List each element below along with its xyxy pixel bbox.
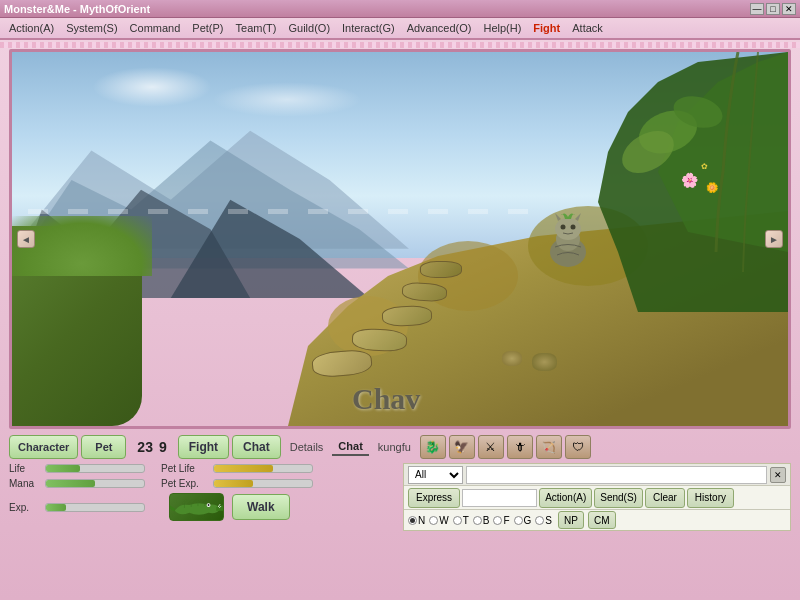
icon-button-3[interactable]: ⚔ — [478, 435, 504, 459]
menu-bar: Action(A) System(S) Command Pet(P) Team(… — [0, 18, 800, 40]
chat-header-row: All ✕ — [404, 464, 790, 486]
tab-details[interactable]: Details — [284, 439, 330, 455]
walk-button[interactable]: Walk — [232, 494, 290, 520]
maximize-button[interactable]: □ — [766, 3, 780, 15]
window-controls: — □ ✕ — [750, 3, 796, 15]
game-viewport[interactable]: 🌸 🌼 ✿ — [9, 49, 791, 429]
bottom-ui: Character Pet 23 9 Fight Chat Details Ch… — [5, 433, 795, 531]
mana-bar-bg — [45, 479, 145, 488]
stone-path-5 — [420, 261, 462, 279]
svg-point-16 — [208, 504, 210, 506]
life-bar-fill — [46, 465, 80, 472]
menu-team[interactable]: Team(T) — [231, 20, 282, 36]
chav-label: Chav — [352, 382, 420, 416]
radio-t[interactable]: T — [453, 515, 469, 526]
icon-button-1[interactable]: 🐉 — [420, 435, 446, 459]
exp-bar-fill — [46, 504, 66, 511]
life-label: Life — [9, 463, 41, 474]
minimize-button[interactable]: — — [750, 3, 764, 15]
fight-tab-button[interactable]: Fight — [178, 435, 229, 459]
life-bar-bg — [45, 464, 145, 473]
bottom-row-2: Life Pet Life Mana — [9, 463, 791, 531]
svg-point-12 — [555, 218, 581, 240]
chat-radio-row: N W T — [404, 510, 790, 530]
bottom-row-1: Character Pet 23 9 Fight Chat Details Ch… — [9, 433, 791, 461]
chat-close-button[interactable]: ✕ — [770, 467, 786, 483]
exp-stat-row: Exp. — [9, 493, 399, 521]
stone-path-3 — [382, 305, 433, 327]
level-display: 23 9 — [129, 439, 174, 455]
mana-stat-row: Mana Pet Exp. — [9, 478, 399, 489]
menu-system[interactable]: System(S) — [61, 20, 122, 36]
history-button[interactable]: History — [687, 488, 734, 508]
icon-button-4[interactable]: 🗡 — [507, 435, 533, 459]
character-button[interactable]: Character — [9, 435, 78, 459]
action-button[interactable]: Action(A) — [539, 488, 592, 508]
tab-chat[interactable]: Chat — [332, 438, 368, 456]
np-button[interactable]: NP — [558, 511, 584, 529]
chat-tab-button[interactable]: Chat — [232, 435, 281, 459]
close-button[interactable]: ✕ — [782, 3, 796, 15]
express-input[interactable] — [462, 489, 537, 507]
pet-icon — [169, 493, 224, 521]
menu-interact[interactable]: Interact(G) — [337, 20, 400, 36]
title-bar: Monster&Me - MythOfOrient — □ ✕ — [0, 0, 800, 18]
mana-label: Mana — [9, 478, 41, 489]
radio-g[interactable]: G — [514, 515, 532, 526]
chat-channel-dropdown[interactable]: All — [408, 466, 463, 484]
pet-exp-label: Pet Exp. — [161, 478, 209, 489]
chat-message-input[interactable] — [466, 466, 767, 484]
small-rock-2 — [532, 353, 557, 371]
cm-button[interactable]: CM — [588, 511, 616, 529]
svg-point-14 — [571, 225, 576, 230]
pet-exp-bar-fill — [214, 480, 253, 487]
level-number: 23 — [137, 439, 153, 455]
icon-button-6[interactable]: 🛡 — [565, 435, 591, 459]
top-border-decoration — [0, 42, 800, 48]
pet-exp-bar-bg — [213, 479, 313, 488]
window-title: Monster&Me - MythOfOrient — [4, 3, 150, 15]
flowers-right: 🌸 — [681, 172, 698, 188]
radio-n[interactable]: N — [408, 515, 425, 526]
pet-button[interactable]: Pet — [81, 435, 126, 459]
menu-help[interactable]: Help(H) — [478, 20, 526, 36]
stats-panel: Life Pet Life Mana — [9, 463, 399, 531]
icon-button-2[interactable]: 🦅 — [449, 435, 475, 459]
menu-fight[interactable]: Fight — [528, 20, 565, 36]
small-rock-1 — [502, 351, 522, 366]
mana-bar-fill — [46, 480, 95, 487]
radio-w[interactable]: W — [429, 515, 448, 526]
svg-point-13 — [561, 225, 566, 230]
radio-f[interactable]: F — [493, 515, 509, 526]
icon-button-5[interactable]: 🏹 — [536, 435, 562, 459]
jungle-vegetation — [538, 52, 788, 312]
menu-command[interactable]: Command — [125, 20, 186, 36]
pet-life-bar-bg — [213, 464, 313, 473]
menu-guild[interactable]: Guild(O) — [283, 20, 335, 36]
life-stat-row: Life Pet Life — [9, 463, 399, 474]
flowers-right-3: ✿ — [701, 162, 708, 171]
sublevel-number: 9 — [159, 439, 167, 455]
radio-b[interactable]: B — [473, 515, 490, 526]
menu-pet[interactable]: Pet(P) — [187, 20, 228, 36]
menu-action[interactable]: Action(A) — [4, 20, 59, 36]
game-creature — [543, 207, 593, 272]
clear-button[interactable]: Clear — [645, 488, 685, 508]
left-nav-arrow[interactable]: ◄ — [17, 230, 35, 248]
radio-s[interactable]: S — [535, 515, 552, 526]
flowers-right-2: 🌼 — [706, 182, 718, 193]
send-button[interactable]: Send(S) — [594, 488, 643, 508]
pet-life-label: Pet Life — [161, 463, 209, 474]
exp-bar-bg — [45, 503, 145, 512]
menu-advanced[interactable]: Advanced(O) — [402, 20, 477, 36]
pet-life-bar-fill — [214, 465, 273, 472]
menu-attack[interactable]: Attack — [567, 20, 608, 36]
exp-label: Exp. — [9, 502, 41, 513]
chat-panel: All ✕ Express Action(A) Send(S) Clear Hi… — [403, 463, 791, 531]
right-nav-arrow[interactable]: ► — [765, 230, 783, 248]
chat-actions-row: Express Action(A) Send(S) Clear History — [404, 486, 790, 510]
express-button[interactable]: Express — [408, 488, 460, 508]
tab-kungfu[interactable]: kungfu — [372, 439, 417, 455]
